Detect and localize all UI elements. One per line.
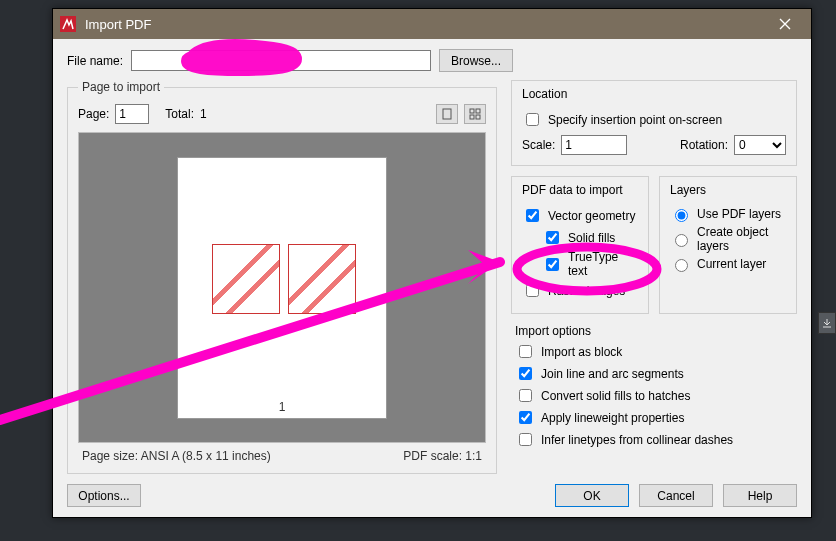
rotation-label: Rotation: (680, 138, 728, 152)
truetype-text-checkbox[interactable]: TrueType text (522, 250, 638, 278)
rotation-select[interactable]: 0 (734, 135, 786, 155)
side-panel-tab[interactable] (818, 312, 836, 334)
pdf-data-group: PDF data to import Vector geometry Solid… (511, 176, 649, 314)
pdf-scale-label: PDF scale: 1:1 (403, 449, 482, 463)
titlebar: Import PDF (53, 9, 811, 39)
ok-button[interactable]: OK (555, 484, 629, 507)
page-to-import-group: Page to import Page: Total: 1 (67, 80, 497, 474)
svg-rect-1 (443, 109, 451, 119)
convert-hatches-checkbox[interactable]: Convert solid fills to hatches (515, 386, 793, 405)
layers-legend: Layers (666, 183, 710, 197)
specify-insertion-checkbox[interactable]: Specify insertion point on-screen (522, 110, 786, 129)
page-size-label: Page size: ANSI A (8.5 x 11 inches) (82, 449, 271, 463)
raster-images-checkbox[interactable]: Raster images (522, 281, 638, 300)
single-page-icon (441, 108, 453, 120)
import-options-legend: Import options (515, 324, 793, 338)
total-label: Total: (165, 107, 194, 121)
use-pdf-layers-radio[interactable]: Use PDF layers (670, 206, 786, 222)
preview-page-number: 1 (279, 400, 286, 414)
single-page-view-button[interactable] (436, 104, 458, 124)
join-segments-checkbox[interactable]: Join line and arc segments (515, 364, 793, 383)
location-group: Location Specify insertion point on-scre… (511, 80, 797, 166)
app-icon (59, 15, 77, 33)
cancel-button[interactable]: Cancel (639, 484, 713, 507)
current-layer-radio[interactable]: Current layer (670, 256, 786, 272)
scale-label: Scale: (522, 138, 555, 152)
preview-page: 1 (177, 157, 387, 419)
layers-group: Layers Use PDF layers Create object laye… (659, 176, 797, 314)
vector-geometry-checkbox[interactable]: Vector geometry (522, 206, 638, 225)
page-number-input[interactable] (115, 104, 149, 124)
preview-content (288, 244, 356, 314)
close-button[interactable] (765, 10, 805, 38)
scale-input[interactable] (561, 135, 627, 155)
import-as-block-checkbox[interactable]: Import as block (515, 342, 793, 361)
create-object-layers-radio[interactable]: Create object layers (670, 225, 786, 253)
help-button[interactable]: Help (723, 484, 797, 507)
file-label: File name: (67, 54, 123, 68)
thumbnail-view-button[interactable] (464, 104, 486, 124)
location-legend: Location (518, 87, 571, 101)
svg-rect-5 (476, 115, 480, 119)
page-preview[interactable]: 1 (78, 132, 486, 443)
page-label: Page: (78, 107, 109, 121)
button-row: Options... OK Cancel Help (53, 474, 811, 517)
solid-fills-checkbox[interactable]: Solid fills (522, 228, 638, 247)
infer-linetypes-checkbox[interactable]: Infer linetypes from collinear dashes (515, 430, 793, 449)
window-title: Import PDF (85, 17, 765, 32)
svg-rect-2 (470, 109, 474, 113)
apply-lineweight-checkbox[interactable]: Apply lineweight properties (515, 408, 793, 427)
import-options-group: Import options Import as block Join line… (511, 324, 797, 452)
svg-rect-4 (470, 115, 474, 119)
grid-icon (469, 108, 481, 120)
total-value: 1 (200, 107, 207, 121)
file-row: File name: Browse... (67, 49, 797, 72)
download-icon (822, 318, 832, 328)
close-icon (779, 18, 791, 30)
browse-button[interactable]: Browse... (439, 49, 513, 72)
preview-content (212, 244, 280, 314)
svg-rect-3 (476, 109, 480, 113)
options-button[interactable]: Options... (67, 484, 141, 507)
import-pdf-dialog: Import PDF File name: Browse... Page to … (52, 8, 812, 518)
page-group-legend: Page to import (78, 80, 164, 94)
pdf-data-legend: PDF data to import (518, 183, 627, 197)
file-name-input[interactable] (131, 50, 431, 71)
